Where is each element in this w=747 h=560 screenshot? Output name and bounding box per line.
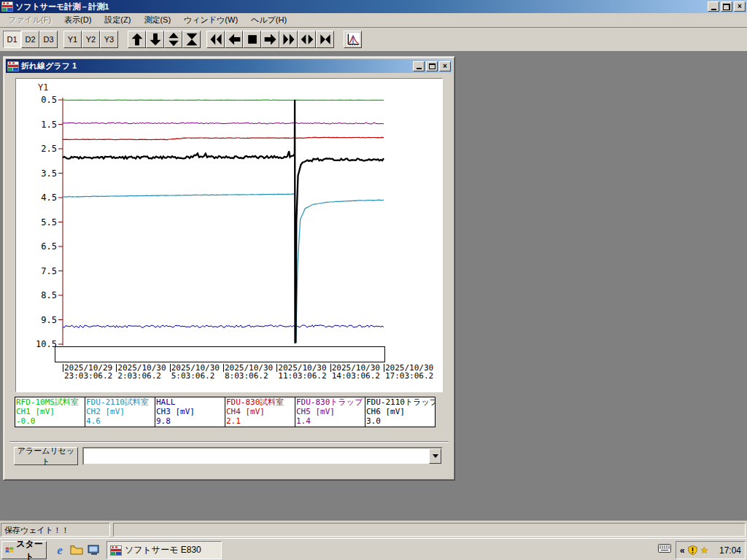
app-close-button[interactable]: × [734, 1, 746, 12]
legend-box-ch3: HALLCH3 [mV]9.8 [155, 397, 225, 427]
alarm-combobox-value [84, 448, 429, 464]
tray-chevron-button[interactable]: « [680, 545, 685, 556]
x-tick-label: 2025/10/3014:03:06.2 [330, 364, 380, 380]
quicklaunch-desktop-button[interactable] [86, 542, 101, 557]
legend-box-ch5: FDU-830トラップCH5 [mV]1.4 [295, 397, 365, 427]
graph-maximize-button[interactable] [426, 61, 438, 71]
toolbar-y3-button[interactable]: Y3 [100, 31, 118, 48]
taskbar: スタート e ソフトサーモ E830 « ★ 17:04 [0, 538, 747, 560]
menu-item-5[interactable]: ヘルプ(H) [244, 13, 293, 27]
compress-horizontal-button[interactable] [316, 31, 334, 48]
series-line-ch5 [63, 122, 384, 124]
app-minimize-button[interactable] [708, 1, 719, 12]
series-line-ch6 [63, 100, 384, 343]
double-right-icon [282, 32, 296, 47]
expand-vertical-icon [166, 32, 181, 47]
y-tick-label: 6.5 [25, 242, 57, 251]
graph-minimize-button[interactable] [413, 61, 425, 71]
step-right-button[interactable] [261, 31, 279, 48]
menu-item-3[interactable]: 測定(S) [137, 13, 177, 27]
security-shield-icon[interactable] [688, 545, 697, 556]
quicklaunch-folder-button[interactable] [69, 542, 84, 557]
status-message: 保存ウェイト！！ [1, 523, 110, 537]
x-tick-label: 2025/10/302:03:06.2 [116, 364, 166, 380]
taskbar-item-label: ソフトサーモ E830 [125, 544, 201, 556]
combobox-dropdown-button[interactable] [429, 448, 441, 464]
rewind-button[interactable] [206, 31, 225, 48]
toolbar-d2-button[interactable]: D2 [21, 31, 39, 48]
step-left-button[interactable] [225, 31, 243, 48]
x-tick-label: 2025/10/3017:03:06.2 [384, 364, 433, 380]
desktop-window-icon [88, 545, 99, 555]
double-left-icon [209, 32, 223, 47]
graph-window-title-bar[interactable]: 折れ線グラフ 1 × [6, 59, 452, 73]
system-tray: « ★ 17:04 [676, 541, 746, 559]
alarm-reset-button[interactable]: アラームリセット [14, 447, 78, 465]
star-tray-icon[interactable]: ★ [700, 545, 709, 556]
expand-vertical-button[interactable] [164, 31, 182, 48]
compress-vertical-button[interactable] [182, 31, 201, 48]
alarm-combobox[interactable] [82, 447, 443, 465]
windows-logo-icon [5, 545, 14, 556]
task-app-icon [110, 545, 122, 556]
toolbar-d1-button[interactable]: D1 [3, 31, 21, 48]
stop-icon [245, 32, 260, 47]
stop-button[interactable] [243, 31, 261, 48]
folder-icon [70, 545, 83, 555]
time-range-box[interactable] [55, 346, 385, 362]
graph-window: 折れ線グラフ 1 × Y1 0.51.52.53.54.55.56.57.58.… [3, 56, 455, 481]
status-secondary [113, 523, 746, 537]
graph-settings-button[interactable] [344, 31, 362, 48]
app-title-bar: ソフトサーモ計測－計測1 × [0, 0, 747, 13]
scroll-down-button[interactable] [146, 31, 164, 48]
graph-window-icon [7, 61, 19, 71]
y-tick-label: 7.5 [25, 267, 57, 276]
x-tick-label: 2025/10/3011:03:06.2 [276, 364, 326, 380]
graph-icon [346, 32, 360, 47]
menu-item-4[interactable]: ウィンドウ(W) [177, 13, 244, 27]
menu-item-1[interactable]: 表示(D) [58, 13, 98, 27]
compress-horizontal-icon [318, 32, 333, 47]
toolbar-d3-button[interactable]: D3 [39, 31, 58, 48]
menu-item-2[interactable]: 設定(Z) [98, 13, 137, 27]
y-tick-label: 8.5 [25, 291, 57, 300]
hourglass-icon [185, 32, 199, 47]
chevron-down-icon [433, 454, 438, 458]
app-restore-button[interactable] [721, 1, 732, 12]
y-tick-label: 9.5 [25, 316, 57, 324]
quicklaunch-ie-button[interactable]: e [53, 542, 67, 557]
start-button[interactable]: スタート [1, 541, 47, 559]
graph-close-button[interactable]: × [439, 61, 451, 71]
x-tick-label: 2025/10/308:03:06.2 [223, 364, 273, 380]
fast-forward-button[interactable] [279, 31, 298, 48]
arrow-down-icon [148, 32, 163, 47]
toolbar-y1-button[interactable]: Y1 [63, 31, 82, 48]
app-icon [1, 1, 13, 12]
x-tick-label: 2025/10/305:03:06.2 [170, 364, 220, 380]
series-line-ch4 [63, 137, 384, 139]
legend-box-ch2: FDU-2110試料室CH2 [mV]4.6 [85, 397, 155, 427]
internet-explorer-icon: e [57, 544, 63, 556]
status-bar: 保存ウェイト！！ [0, 521, 747, 538]
scroll-up-button[interactable] [128, 31, 146, 48]
legend-box-ch4: FDU-830試料室CH4 [mV]2.1 [225, 397, 295, 427]
expand-horizontal-button[interactable] [298, 31, 316, 48]
y-tick-label: 0.5 [25, 96, 57, 104]
separator [9, 441, 449, 443]
arrow-right-icon [263, 32, 278, 47]
y-tick-label: 2.5 [25, 144, 57, 153]
y-tick-label: 10.5 [25, 340, 57, 349]
legend-box-ch6: FDU-2110トラップCH6 [mV]3.0 [365, 397, 436, 427]
arrow-up-icon [130, 32, 144, 47]
series-line-ch2 [63, 194, 384, 343]
menu-bar: ファイル(F)表示(D)設定(Z)測定(S)ウィンドウ(W)ヘルプ(H) [0, 13, 747, 27]
toolbar-y2-button[interactable]: Y2 [82, 31, 100, 48]
taskbar-item-softthermo[interactable]: ソフトサーモ E830 [107, 541, 222, 559]
y-tick-label: 5.5 [25, 218, 57, 227]
toolbar: D1 D2 D3 Y1 Y2 Y3 [0, 28, 747, 52]
app-title: ソフトサーモ計測－計測1 [15, 1, 708, 12]
legend-box-ch1: RFD-10MS試料室CH1 [mV]-0.0 [15, 397, 85, 427]
keyboard-language-icon[interactable] [658, 544, 671, 554]
x-tick-label: 2025/10/2923:03:06.2 [63, 364, 112, 380]
y-tick-label: 4.5 [25, 193, 57, 202]
